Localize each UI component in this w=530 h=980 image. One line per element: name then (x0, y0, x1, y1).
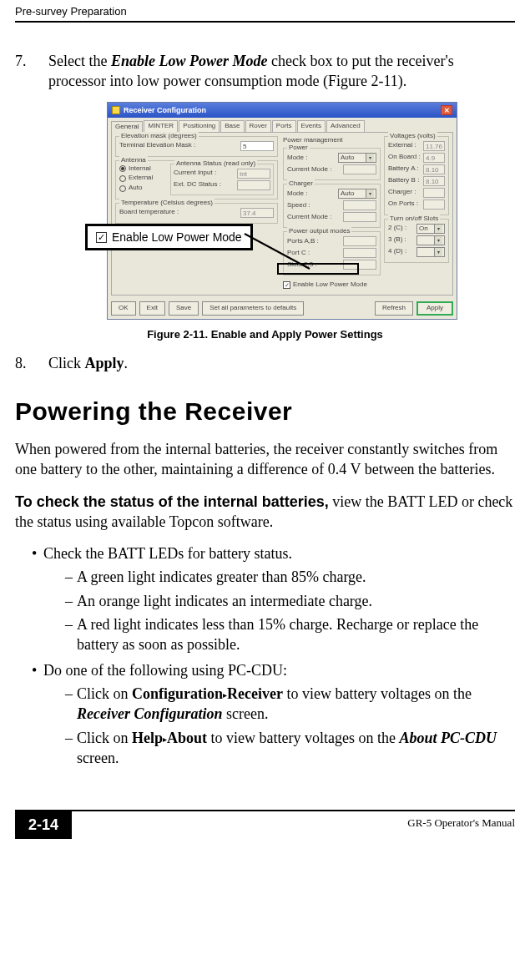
chevron-down-icon: ▾ (434, 236, 442, 245)
header-rule (15, 21, 515, 23)
volt-label: External : (388, 141, 416, 150)
dialog-tabs: General MINTER Positioning Base Rover Po… (108, 118, 457, 132)
charger-speed-label: Speed : (287, 201, 310, 210)
radio-external[interactable]: External (119, 174, 165, 183)
slots-23-value (343, 260, 376, 270)
step-8: 8. Click Apply. (15, 353, 515, 373)
text: Click on (77, 730, 132, 746)
volt-value (423, 188, 445, 198)
step-number: 7. (15, 51, 40, 71)
checkbox-icon: ✓ (283, 281, 290, 289)
slot-select[interactable]: ▾ (416, 247, 445, 257)
page-footer: 2-14 GR-5 Operator's Manual (15, 810, 515, 839)
ok-button[interactable]: OK (111, 301, 136, 316)
close-icon[interactable]: ✕ (441, 105, 452, 115)
radio-internal[interactable]: Internal (119, 164, 165, 174)
ports-ab-value (343, 236, 376, 246)
charger-current-mode-label: Current Mode : (287, 213, 331, 222)
step-list: 7. Select the Enable Low Power Mode chec… (15, 51, 515, 92)
slot-label: 2 (C) : (388, 224, 406, 233)
group-elevation: Elevation mask (degrees) Terminal Elevat… (115, 136, 278, 157)
power-current-mode-label: Current Mode : (287, 165, 331, 174)
text: Select the (48, 53, 111, 69)
text: to view battery voltages on the (283, 685, 472, 702)
slot-select[interactable]: ▾ (416, 235, 445, 245)
current-input-label: Current Input : (174, 169, 216, 178)
ui-term: Apply (85, 355, 124, 371)
group-voltages: Voltages (volts) External :11.76 On Boar… (384, 136, 449, 215)
dash-list: Click on Configuration▸Receiver to view … (43, 684, 515, 768)
enable-low-power-checkbox[interactable]: ✓ Enable Low Power Mode (283, 280, 381, 290)
tab-ports[interactable]: Ports (272, 120, 296, 132)
menu-path: About (167, 730, 207, 746)
tab-minter[interactable]: MINTER (144, 120, 178, 132)
charger-mode-label: Mode : (287, 189, 307, 199)
step-number: 8. (15, 353, 40, 373)
group-title: Power (287, 144, 310, 153)
menu-path: Receiver (227, 685, 283, 702)
lead-in: To check the status of the internal batt… (15, 493, 329, 510)
tab-base[interactable]: Base (220, 120, 244, 132)
tab-positioning[interactable]: Positioning (179, 120, 220, 132)
text: screen. (77, 750, 119, 766)
save-button[interactable]: Save (169, 301, 199, 316)
text: . (124, 355, 129, 371)
slot-label: 4 (D) : (388, 247, 406, 256)
tab-advanced[interactable]: Advanced (326, 120, 365, 132)
exit-button[interactable]: Exit (139, 301, 165, 316)
radio-label: Auto (129, 184, 142, 193)
volt-value: 8.10 (423, 164, 445, 174)
screen-name: About PC-CDU (399, 730, 497, 746)
volt-label: On Ports : (388, 200, 418, 209)
step-7-text: Select the Enable Low Power Mode check b… (48, 53, 454, 89)
group-power: Power Mode :Auto▾ Current Mode : (283, 148, 381, 180)
callout-label: Enable Low Power Mode (112, 230, 242, 245)
figure-2-11: Receiver Configuration ✕ General MINTER … (15, 102, 515, 319)
group-antenna: Antenna Internal External Auto Antenna S… (115, 160, 278, 200)
charger-mode-select[interactable]: Auto▾ (338, 189, 376, 199)
apply-button[interactable]: Apply (416, 301, 453, 316)
volt-label: Battery B : (388, 176, 419, 185)
dialog-body: Elevation mask (degrees) Terminal Elevat… (111, 132, 453, 296)
list-item: A red light indicates less than 15% char… (65, 614, 515, 655)
checkbox-label: Enable Low Power Mode (293, 280, 367, 290)
group-slots: Turn on/off Slots 2 (C) :On▾ 3 (B) :▾ 4 … (384, 219, 449, 263)
list-item: A green light indicates greater than 85%… (65, 567, 515, 587)
board-temp-label: Board temperature : (119, 208, 179, 217)
app-icon (112, 106, 120, 114)
tab-general[interactable]: General (111, 121, 143, 133)
receiver-config-dialog: Receiver Configuration ✕ General MINTER … (107, 102, 457, 320)
group-power-output: Power output modes Ports A,B : Port C : … (283, 231, 381, 275)
screen-name: Receiver Configuration (77, 705, 223, 722)
ui-term: Enable Low Power Mode (111, 53, 268, 69)
dialog-button-row: OK Exit Save Set all parameters to defau… (108, 299, 457, 319)
slot-label: 3 (B) : (388, 235, 406, 245)
elev-mask-input[interactable]: 5 (240, 141, 274, 151)
list-item: An orange light indicates an intermediat… (65, 591, 515, 611)
tab-rover[interactable]: Rover (245, 120, 271, 132)
refresh-button[interactable]: Refresh (375, 301, 413, 316)
group-charger: Charger Mode :Auto▾ Speed : Current Mode… (283, 184, 381, 228)
volt-value: 11.76 (423, 141, 445, 151)
defaults-button[interactable]: Set all parameters to defaults (202, 301, 304, 316)
charger-current-mode-value (343, 212, 376, 222)
dialog-titlebar: Receiver Configuration ✕ (108, 103, 457, 118)
slot-select[interactable]: On▾ (416, 224, 445, 234)
group-title: Voltages (volts) (388, 132, 437, 141)
radio-label: Internal (129, 164, 151, 174)
power-current-mode-value (343, 164, 376, 174)
group-temperature: Temperature (Celsius degrees) Board temp… (115, 203, 278, 224)
volt-value (423, 200, 445, 210)
group-title: Charger (287, 179, 315, 189)
page-number: 2-14 (15, 811, 72, 839)
figure-caption: Figure 2-11. Enable and Apply Power Sett… (15, 327, 515, 342)
step-8-text: Click Apply. (48, 355, 128, 371)
power-mode-select[interactable]: Auto▾ (338, 153, 376, 163)
group-title: Turn on/off Slots (388, 215, 440, 224)
group-title: Power output modes (287, 227, 351, 236)
radio-auto[interactable]: Auto (119, 184, 165, 193)
list-item: Click on Configuration▸Receiver to view … (65, 684, 515, 725)
volt-value: 4.9 (423, 153, 445, 163)
group-title: Antenna Status (read only) (174, 159, 257, 169)
tab-events[interactable]: Events (297, 120, 326, 132)
